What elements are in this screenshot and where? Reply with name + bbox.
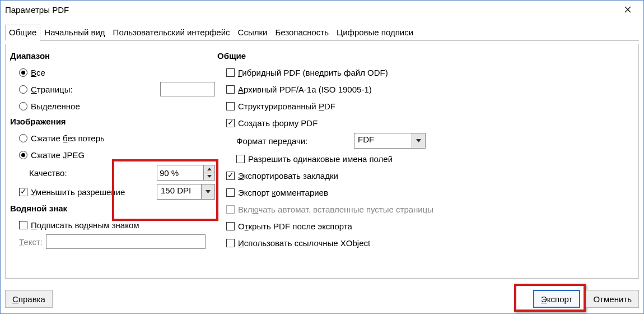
archive-label: Архивный PDF/A-1a (ISO 19005-1) [238, 85, 372, 94]
dpi-combo[interactable]: 150 DPI [157, 184, 215, 200]
tab-signatures[interactable]: Цифровые подписи [333, 25, 417, 41]
tab-user-interface[interactable]: Пользовательский интерфейс [109, 25, 234, 41]
reduce-resolution-check[interactable]: Уменьшить разрешение [19, 187, 125, 197]
chevron-down-icon [206, 190, 211, 193]
range-heading: Диапазон [10, 51, 217, 61]
lossless-input[interactable] [19, 134, 27, 142]
allow-dup-label: Разрешить одинаковые имена полей [248, 154, 393, 164]
quality-spinner[interactable] [157, 165, 215, 181]
chevron-up-icon [207, 168, 212, 170]
bookmarks-input[interactable] [226, 172, 235, 180]
range-selection-input[interactable] [19, 102, 27, 110]
format-combo[interactable]: FDF [354, 133, 426, 149]
quality-label: Качество: [19, 168, 67, 178]
range-selection-radio[interactable]: Выделенное [19, 101, 80, 111]
range-selection-label: Выделенное [31, 101, 80, 111]
export-button[interactable]: Экспорт [533, 290, 580, 308]
open-after-check[interactable]: Открыть PDF после экспорта [226, 221, 352, 231]
xobject-check[interactable]: Использовать ссылочные XObject [226, 238, 370, 248]
range-pages-label: Страницы: [31, 85, 73, 94]
range-pages-radio[interactable]: Страницы: [19, 85, 73, 94]
format-arrow[interactable] [412, 133, 425, 148]
blank-pages-input [226, 205, 235, 214]
pages-input[interactable] [160, 82, 215, 96]
watermark-sign-input[interactable] [19, 221, 27, 229]
structured-label: Структурированный PDF [238, 101, 335, 111]
allow-dup-check[interactable]: Разрешить одинаковые имена полей [236, 154, 393, 164]
tab-initial-view[interactable]: Начальный вид [40, 25, 109, 41]
jpeg-input[interactable] [19, 151, 27, 159]
footer: Справка Экспорт Отменить [5, 290, 639, 308]
tab-bar: Общие Начальный вид Пользовательский инт… [5, 24, 639, 41]
archive-check[interactable]: Архивный PDF/A-1a (ISO 19005-1) [226, 85, 372, 94]
comments-label: Экспорт комментариев [238, 188, 328, 197]
create-form-label: Создать форму PDF [238, 118, 318, 128]
allow-dup-input[interactable] [236, 155, 245, 163]
jpeg-label: Сжатие JPEG [31, 150, 85, 160]
structured-input[interactable] [226, 102, 235, 110]
watermark-sign-label: Подписать водяным знаком [31, 220, 139, 230]
hybrid-label: Гибридный PDF (внедрить файл ODF) [238, 68, 388, 77]
pdf-options-dialog: Параметры PDF Общие Начальный вид Пользо… [0, 0, 644, 314]
watermark-sign-check[interactable]: Подписать водяным знаком [19, 220, 139, 230]
xobject-label: Использовать ссылочные XObject [238, 238, 370, 248]
format-label: Формат передачи: [236, 136, 354, 146]
open-after-input[interactable] [226, 222, 235, 230]
lossless-label: Сжатие без потерь [31, 133, 105, 143]
quality-value[interactable] [157, 165, 203, 180]
create-form-input[interactable] [226, 119, 235, 127]
right-column: Общие Гибридный PDF (внедрить файл ODF) … [217, 49, 634, 251]
dpi-arrow[interactable] [201, 184, 214, 199]
open-after-label: Открыть PDF после экспорта [238, 221, 352, 231]
bookmarks-label: Экспортировать закладки [238, 171, 338, 181]
window-title: Параметры PDF [5, 5, 615, 15]
blank-pages-label: Включать автомат. вставленные пустые стр… [238, 205, 433, 214]
close-button[interactable] [615, 1, 640, 18]
range-all-radio[interactable]: Все [19, 68, 45, 77]
bookmarks-check[interactable]: Экспортировать закладки [226, 171, 338, 181]
hybrid-input[interactable] [226, 68, 235, 77]
lossless-radio[interactable]: Сжатие без потерь [19, 133, 105, 143]
watermark-heading: Водяной знак [10, 204, 217, 213]
jpeg-radio[interactable]: Сжатие JPEG [19, 150, 85, 160]
blank-pages-check: Включать автомат. вставленные пустые стр… [226, 205, 433, 214]
create-form-check[interactable]: Создать форму PDF [226, 118, 318, 128]
hybrid-check[interactable]: Гибридный PDF (внедрить файл ODF) [226, 68, 388, 77]
quality-down-button[interactable] [203, 173, 214, 181]
format-value: FDF [354, 133, 412, 148]
comments-input[interactable] [226, 188, 235, 197]
xobject-input[interactable] [226, 239, 235, 247]
reduce-resolution-label: Уменьшить разрешение [31, 187, 125, 197]
tab-general[interactable]: Общие [5, 25, 40, 41]
tab-links[interactable]: Ссылки [234, 25, 272, 41]
watermark-text-input [46, 234, 206, 249]
structured-check[interactable]: Структурированный PDF [226, 101, 335, 111]
quality-up-button[interactable] [203, 165, 214, 173]
range-all-input[interactable] [19, 68, 27, 77]
cancel-button[interactable]: Отменить [586, 290, 639, 308]
chevron-down-icon [416, 139, 421, 142]
reduce-resolution-input[interactable] [19, 188, 27, 196]
close-icon [624, 6, 631, 13]
watermark-text-label: Текст: [19, 237, 43, 247]
dpi-value: 150 DPI [157, 184, 201, 199]
range-pages-input[interactable] [19, 85, 27, 94]
images-heading: Изображения [10, 117, 217, 126]
help-button[interactable]: Справка [5, 290, 53, 308]
left-column: Диапазон Все Страницы: [10, 49, 217, 251]
chevron-down-icon [207, 175, 212, 178]
range-all-label: Все [31, 68, 45, 77]
tab-security[interactable]: Безопасность [271, 25, 333, 41]
content-area: Диапазон Все Страницы: [5, 44, 639, 279]
title-bar: Параметры PDF [1, 1, 643, 19]
archive-input[interactable] [226, 85, 235, 94]
comments-check[interactable]: Экспорт комментариев [226, 188, 328, 197]
general-heading: Общие [217, 51, 634, 61]
